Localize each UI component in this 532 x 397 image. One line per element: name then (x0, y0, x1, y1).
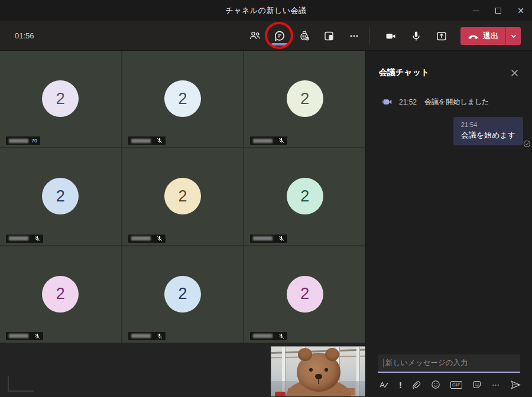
participant-name-blurred (9, 236, 28, 240)
participant-name-blurred (253, 139, 273, 143)
message-input[interactable]: 新しいメッセージの入力 (378, 354, 520, 373)
close-icon (510, 69, 519, 77)
system-message-text: 会議を開始しました (424, 97, 489, 107)
avatar: 2 (287, 276, 323, 313)
avatar: 2 (287, 80, 323, 117)
window-title: チャネルの新しい会議 (225, 5, 306, 16)
format-button[interactable] (379, 380, 389, 389)
teddy-bear-nose (315, 374, 322, 379)
mic-muted-icon (157, 236, 163, 242)
send-button[interactable] (510, 380, 521, 390)
mic-muted-icon (34, 333, 40, 339)
video-tile[interactable]: 2 (122, 51, 244, 147)
gif-button[interactable]: GIF (450, 381, 462, 389)
chat-button[interactable] (270, 26, 290, 46)
camera-icon (384, 29, 398, 43)
composer-toolbar: ! GIF (378, 373, 520, 396)
participant-name-badge (128, 136, 166, 145)
video-tile[interactable]: 2 (0, 148, 121, 245)
toolbar-center-icons (245, 21, 364, 51)
avatar: 2 (164, 80, 201, 117)
mic-muted-icon (157, 138, 163, 144)
video-tile[interactable]: 2 (244, 51, 365, 147)
teddy-bear-eye (309, 368, 313, 372)
content-area: 2 70 2 2 (0, 51, 532, 396)
corner-bracket (8, 376, 34, 392)
format-icon (379, 380, 389, 389)
mic-muted-icon (278, 236, 284, 242)
avatar: 2 (164, 178, 201, 214)
teams-meeting-window: チャネルの新しい会議 ✕ 01:56 (0, 0, 532, 397)
leave-options-button[interactable] (505, 27, 521, 45)
participant-name-blurred (253, 236, 273, 240)
attach-icon (412, 380, 421, 389)
reactions-button[interactable] (294, 26, 314, 46)
teddy-bear-ear (298, 348, 312, 361)
participant-name-blurred (131, 334, 151, 338)
close-icon: ✕ (517, 6, 524, 15)
chat-composer: 新しいメッセージの入力 ! (366, 354, 532, 396)
sticker-button[interactable] (472, 380, 482, 389)
avatar: 2 (42, 178, 79, 214)
participant-label-suffix: 70 (31, 138, 37, 144)
participant-name-badge (128, 332, 166, 340)
video-camera-icon (382, 97, 392, 106)
attach-button[interactable] (412, 380, 421, 389)
sent-message-bubble[interactable]: 21:54 会議を始めます (453, 117, 523, 145)
minimize-button[interactable] (465, 0, 487, 21)
chat-panel-title: 会議チャット (379, 67, 429, 78)
stage-bottom-strip (0, 343, 365, 396)
window-controls: ✕ (465, 0, 532, 21)
chevron-down-icon (510, 32, 517, 40)
maximize-button[interactable] (487, 0, 510, 21)
video-tile[interactable]: 2 (0, 246, 121, 343)
mic-button[interactable] (406, 26, 426, 46)
participant-name-badge (128, 235, 166, 243)
chat-icon (273, 29, 287, 43)
close-button[interactable]: ✕ (510, 0, 532, 21)
participant-name-badge: 70 (6, 136, 40, 145)
avatar: 2 (42, 276, 79, 313)
share-button[interactable] (432, 26, 452, 46)
chat-close-button[interactable] (510, 69, 519, 77)
emoji-button[interactable] (431, 380, 440, 389)
video-tile[interactable]: 2 (244, 148, 365, 245)
more-actions-button[interactable] (344, 26, 364, 46)
participant-name-badge (6, 235, 43, 243)
mic-muted-icon (157, 333, 163, 339)
important-button[interactable]: ! (399, 380, 402, 390)
self-view-tile[interactable] (271, 346, 365, 396)
share-icon (434, 29, 449, 43)
video-tile[interactable]: 2 70 (0, 51, 121, 147)
camera-button[interactable] (381, 26, 401, 46)
hangup-icon (468, 31, 479, 42)
mic-muted-icon (278, 333, 284, 339)
red-object (275, 392, 286, 396)
sent-message-row: 21:54 会議を始めます (366, 117, 532, 145)
avatar: 2 (42, 80, 79, 117)
video-tile[interactable]: 2 (122, 148, 244, 245)
meeting-stage: 2 70 2 2 (0, 51, 365, 396)
participant-name-badge (6, 332, 43, 340)
maximize-icon (495, 8, 501, 14)
participants-button[interactable] (245, 26, 265, 46)
seen-check-icon (523, 140, 531, 148)
participant-name-blurred (9, 334, 28, 338)
participant-name-badge (250, 136, 287, 145)
participant-name-blurred (131, 139, 151, 143)
avatar: 2 (164, 276, 201, 313)
breakout-rooms-button[interactable] (319, 26, 339, 46)
message-time: 21:54 (461, 121, 515, 128)
mic-muted-icon (34, 236, 40, 242)
meeting-chat-panel: 会議チャット 21:52 会議を開始しました 21:54 (365, 51, 532, 396)
video-tile[interactable]: 2 (244, 246, 365, 343)
composer-more-button[interactable]: ⋯ (492, 380, 500, 389)
video-tile[interactable]: 2 (122, 246, 244, 343)
teddy-bear-ear (325, 348, 339, 361)
avatar: 2 (287, 178, 323, 214)
message-text: 会議を始めます (461, 130, 515, 141)
leave-button[interactable]: 退出 (460, 27, 521, 45)
chat-header: 会議チャット (366, 51, 532, 78)
toolbar-right-icons: 退出 (369, 21, 521, 51)
participant-name-badge (250, 332, 287, 340)
